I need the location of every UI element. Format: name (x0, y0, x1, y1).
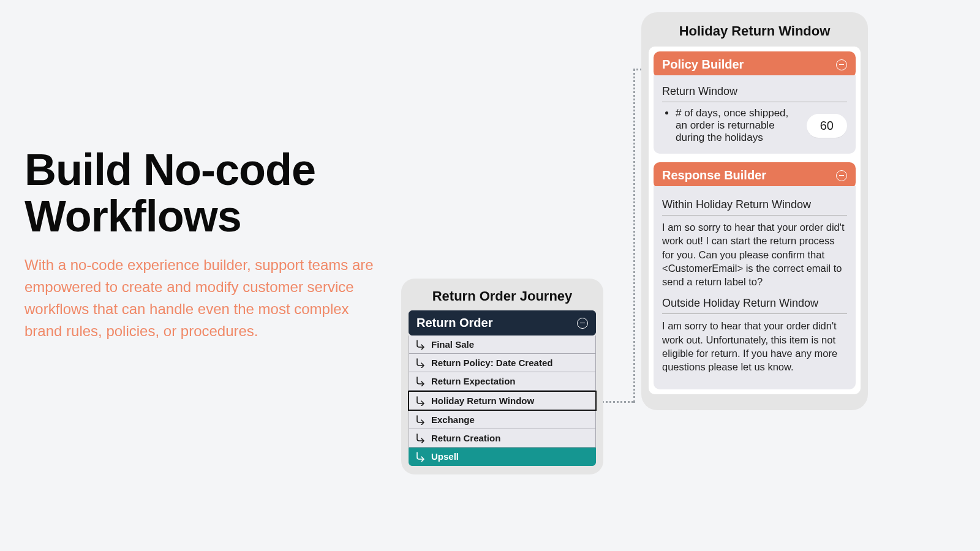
journey-panel: Return Order Journey Return Order Final … (401, 279, 603, 474)
journey-row-label: Return Creation (431, 433, 500, 443)
sub-arrow-icon (415, 396, 426, 406)
sub-arrow-icon (415, 340, 426, 350)
journey-row-label: Holiday Return Window (431, 395, 534, 406)
response-body-1: I am so sorry to hear that your order di… (662, 220, 847, 288)
journey-row[interactable]: Exchange (409, 411, 596, 429)
title-line-1: Build No-code (24, 145, 315, 194)
policy-builder-body: Return Window # of days, once shipped, a… (654, 75, 856, 154)
policy-section-label: Return Window (662, 83, 847, 102)
policy-row: # of days, once shipped, an order is ret… (662, 107, 847, 144)
response-builder-header[interactable]: Response Builder (654, 162, 856, 189)
policy-days-value[interactable]: 60 (807, 114, 847, 138)
title-line-2: Workflows (24, 192, 241, 241)
sub-arrow-icon (415, 377, 426, 386)
journey-row-label: Return Policy: Date Created (431, 358, 552, 368)
response-section-1: Within Holiday Return Window (662, 196, 847, 216)
journey-row-label: Return Expectation (431, 376, 516, 386)
response-builder-label: Response Builder (662, 168, 766, 182)
journey-row-label: Final Sale (431, 339, 474, 350)
sub-arrow-icon (415, 433, 426, 443)
journey-row[interactable]: Upsell (409, 448, 596, 466)
collapse-icon[interactable] (836, 59, 847, 70)
detail-title: Holiday Return Window (649, 23, 861, 39)
journey-row[interactable]: Holiday Return Window (408, 391, 597, 411)
response-body-2: I am sorry to hear that your order didn'… (662, 319, 847, 373)
response-section-2: Outside Holiday Return Window (662, 294, 847, 314)
collapse-icon[interactable] (577, 318, 588, 329)
journey-row-label: Upsell (431, 451, 459, 462)
policy-builder-header[interactable]: Policy Builder (654, 51, 856, 78)
policy-bullet: # of days, once shipped, an order is ret… (676, 107, 801, 144)
journey-row[interactable]: Return Policy: Date Created (409, 354, 596, 372)
journey-row[interactable]: Return Creation (409, 429, 596, 448)
collapse-icon[interactable] (836, 170, 847, 181)
journey-header-label: Return Order (417, 316, 492, 330)
journey-title: Return Order Journey (409, 288, 596, 304)
sub-arrow-icon (415, 415, 426, 425)
response-builder-card: Response Builder Within Holiday Return W… (654, 162, 856, 389)
policy-builder-card: Policy Builder Return Window # of days, … (654, 51, 856, 154)
journey-row[interactable]: Return Expectation (409, 372, 596, 391)
journey-row[interactable]: Final Sale (409, 335, 596, 354)
detail-panel: Holiday Return Window Policy Builder Ret… (641, 12, 868, 410)
sub-arrow-icon (415, 358, 426, 368)
journey-header[interactable]: Return Order (409, 310, 596, 335)
page-title: Build No-code Workflows (24, 147, 380, 239)
page-subtitle: With a no-code experience builder, suppo… (24, 254, 380, 342)
hero-section: Build No-code Workflows With a no-code e… (24, 147, 380, 342)
response-builder-body: Within Holiday Return Window I am so sor… (654, 186, 856, 389)
sub-arrow-icon (415, 452, 426, 462)
detail-inner: Policy Builder Return Window # of days, … (649, 47, 861, 394)
journey-row-label: Exchange (431, 414, 475, 425)
policy-builder-label: Policy Builder (662, 58, 744, 72)
connector-line (633, 69, 635, 403)
